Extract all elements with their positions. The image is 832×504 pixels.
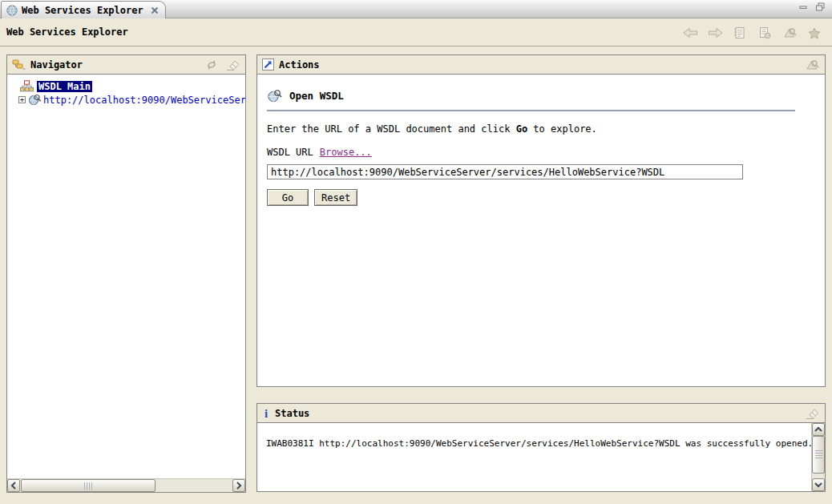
wsdl-page-icon[interactable] [804,58,820,72]
refresh-icon[interactable] [204,58,220,72]
tree-item-label: WSDL Main [37,81,92,92]
minimize-icon[interactable] [798,2,809,11]
tab-web-services-explorer[interactable]: Web Services Explorer [1,1,166,18]
history-list-icon[interactable] [730,24,749,42]
scroll-up-icon[interactable] [812,423,825,436]
eraser-icon[interactable] [224,58,240,72]
open-wsdl-icon [267,89,282,103]
tab-title: Web Services Explorer [22,5,143,16]
wsdl-service-icon [28,94,41,106]
actions-icon [262,58,274,71]
expand-plus-icon[interactable]: + [18,96,26,103]
eraser-icon[interactable] [804,406,820,421]
section-title: Open WSDL [289,90,344,102]
status-title: Status [275,408,309,419]
forward-icon[interactable] [705,24,725,42]
status-panel: i Status IWAB0381I http://localhost:9090… [256,403,826,492]
navigator-icon [12,59,26,70]
horizontal-scrollbar[interactable] [7,478,245,492]
navigator-tree-area: WSDL Main + http://localhost:9090/WebSer… [7,75,245,492]
navigator-header: Navigator [7,55,245,75]
navigator-panel: Navigator WSDL Main + http://localhost:9… [6,54,246,493]
scrollbar-thumb[interactable] [812,436,825,474]
instruction-go-word: Go [516,123,527,135]
scrollbar-thumb[interactable] [21,479,155,492]
navigator-title: Navigator [30,59,83,71]
status-header: i Status [257,404,825,423]
globe-icon [6,5,18,16]
back-icon[interactable] [681,24,700,42]
web-services-explorer-window: { "tab": { "title": "Web Services Explor… [0,0,832,504]
browse-link[interactable]: Browse... [320,147,372,158]
close-icon[interactable] [151,6,159,14]
restore-icon[interactable] [815,2,826,11]
favorites-star-icon[interactable] [805,24,824,42]
vertical-scrollbar[interactable] [811,423,825,491]
status-content: IWAB0381I http://localhost:9090/WebServi… [257,423,825,491]
button-row: Go Reset [267,189,815,206]
view-toolbar: Web Services Explorer [0,19,832,46]
instruction-pre: Enter the URL of a WSDL document and cli… [267,123,516,135]
scroll-right-icon[interactable] [232,479,245,492]
actions-header: Actions [257,55,825,75]
reset-button[interactable]: Reset [314,189,357,206]
wsdl-main-icon [20,80,34,92]
actions-title: Actions [279,59,320,71]
tree-item-label: http://localhost:9090/WebServiceServer/s… [43,95,245,106]
instruction-text: Enter the URL of a WSDL document and cli… [267,123,815,135]
go-button[interactable]: Go [267,189,309,206]
thumb-grip [815,450,822,459]
scroll-left-icon[interactable] [7,479,20,492]
actions-panel: Actions Open WSDL Enter the URL of a WSD… [256,54,826,387]
toolbar-title: Web Services Explorer [6,26,128,38]
actions-content: Open WSDL Enter the URL of a WSDL docume… [257,75,825,386]
instruction-post: to explore. [527,123,597,135]
window-controls [798,2,826,11]
wsdl-url-row: WSDL URL Browse... [267,147,815,158]
open-wsdl-section-header: Open WSDL [267,89,815,103]
wsdl-page-icon[interactable] [780,24,799,42]
editor-tab-bar: Web Services Explorer [0,0,832,18]
wsdl-url-label: WSDL URL [267,147,313,158]
info-icon: i [262,408,270,419]
toolbar-icon-group [681,24,824,42]
tree-item-wsdl-main[interactable]: WSDL Main [7,79,245,93]
document-status-icon[interactable] [755,24,774,42]
status-message: IWAB0381I http://localhost:9090/WebServi… [257,423,825,449]
wsdl-url-input[interactable] [267,164,743,179]
navigator-tree: WSDL Main + http://localhost:9090/WebSer… [7,75,245,107]
tree-item-wsdl-url[interactable]: + http://localhost:9090/WebServiceServer… [7,93,245,107]
section-separator [267,110,795,111]
thumb-grip [84,482,93,490]
scroll-down-icon[interactable] [812,478,825,491]
